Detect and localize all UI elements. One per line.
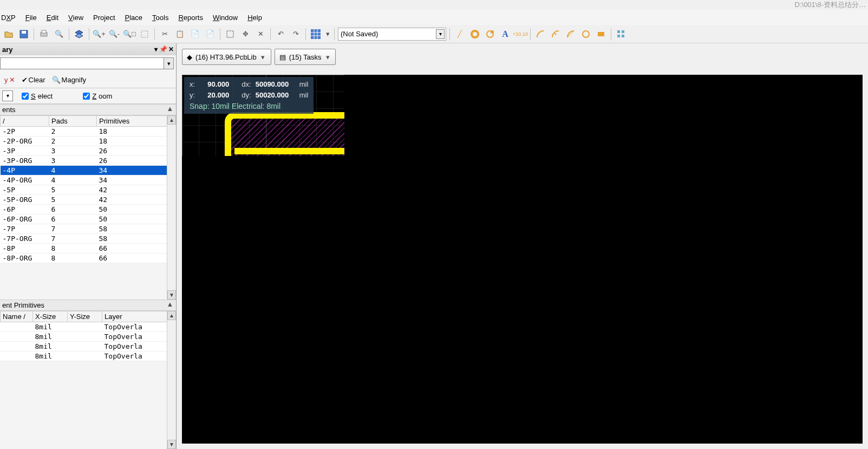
table-row[interactable]: -3P326: [1, 146, 176, 156]
save-icon[interactable]: [17, 28, 30, 41]
mode-dropdown[interactable]: ▾: [2, 90, 13, 101]
panel-title: ary: [2, 45, 13, 54]
paste-icon[interactable]: 📄: [188, 28, 201, 41]
undo-icon[interactable]: ↶: [274, 28, 287, 41]
place-array-icon[interactable]: [615, 28, 628, 41]
svg-rect-6: [311, 29, 321, 39]
snapshot-combo[interactable]: (Not Saved)▾: [338, 28, 446, 41]
place-pad-icon[interactable]: [468, 28, 481, 41]
place-line-icon[interactable]: ╱: [453, 28, 466, 41]
svg-rect-1: [22, 31, 26, 34]
primitives-scrollbar[interactable]: ▲▼: [167, 311, 176, 449]
close-icon: ✕: [9, 76, 15, 84]
menu-place[interactable]: Place: [125, 14, 143, 22]
svg-rect-16: [622, 35, 624, 37]
place-coord-icon[interactable]: +10,10: [514, 28, 527, 41]
apply-button[interactable]: y ✕: [2, 74, 17, 86]
deselect-icon[interactable]: ✕: [254, 28, 267, 41]
menu-file[interactable]: File: [25, 14, 37, 22]
menu-bar: DXP File Edit View Project Place Tools R…: [0, 10, 868, 25]
grid-dd-icon[interactable]: ▾: [324, 28, 331, 41]
table-row[interactable]: 8milTopOverla: [1, 342, 176, 352]
table-row[interactable]: -8P866: [1, 244, 176, 253]
menu-edit[interactable]: Edit: [47, 14, 58, 22]
table-row[interactable]: -7P-ORG758: [1, 234, 176, 244]
table-row[interactable]: -2P-ORG218: [1, 136, 176, 146]
table-row[interactable]: 8milTopOverla: [1, 332, 176, 342]
move-icon[interactable]: ✥: [239, 28, 252, 41]
library-panel: ary ▾ 📌 ✕ ▾ y ✕ ✔ Clear 🔍 Magnify ▾ Sele…: [0, 43, 177, 449]
layer-icon[interactable]: [73, 28, 86, 41]
place-fill-icon[interactable]: [595, 28, 608, 41]
paste-special-icon[interactable]: 📄: [204, 28, 217, 41]
file-path: D:\001\8-资料总结分…: [795, 0, 868, 10]
table-row[interactable]: 8milTopOverla: [1, 352, 176, 361]
components-table: / Pads Primitives -2P218-2P-ORG218-3P326…: [0, 115, 176, 263]
svg-point-10: [555, 33, 557, 35]
open-icon[interactable]: [2, 28, 15, 41]
table-row[interactable]: -6P-ORG650: [1, 214, 176, 224]
menu-window[interactable]: Window: [213, 14, 238, 22]
panel-close-icon[interactable]: ✕: [168, 45, 174, 53]
preview-icon[interactable]: 🔍: [53, 28, 66, 41]
place-arc3-icon[interactable]: [564, 28, 577, 41]
tab-tasks[interactable]: ▤ (15) Tasks▾: [275, 49, 336, 65]
table-row[interactable]: -8P-ORG866: [1, 253, 176, 263]
magnify-button[interactable]: 🔍 Magnify: [50, 74, 89, 86]
table-row[interactable]: -7P758: [1, 224, 176, 234]
primitives-header: ent Primitives ▲: [0, 300, 176, 311]
pcb-icon: ◆: [187, 53, 192, 61]
print-icon[interactable]: [37, 28, 50, 41]
table-row[interactable]: -4P-ORG434: [1, 175, 176, 185]
document-tabs: ◆ (16) HT3.96.PcbLib▾ ▤ (15) Tasks▾: [177, 43, 868, 70]
table-row[interactable]: -4P434: [1, 166, 176, 175]
place-via-icon[interactable]: [484, 28, 497, 41]
tab-pcblib[interactable]: ◆ (16) HT3.96.PcbLib▾: [182, 49, 271, 65]
zoom-area-icon[interactable]: [138, 28, 151, 41]
table-row[interactable]: -2P218: [1, 127, 176, 136]
panel-pin-icon[interactable]: ▾ 📌: [154, 45, 167, 53]
zoom-checkbox[interactable]: Zoom: [83, 92, 112, 100]
place-circle-icon[interactable]: [579, 28, 592, 41]
place-string-icon[interactable]: A: [499, 28, 512, 41]
zoom-in-icon[interactable]: 🔍+: [93, 28, 106, 41]
menu-dxp[interactable]: DXP: [1, 14, 16, 22]
svg-rect-12: [598, 32, 604, 36]
mask-combo[interactable]: ▾: [0, 57, 174, 69]
grid-icon[interactable]: [309, 28, 322, 41]
select-rect-icon[interactable]: [224, 28, 237, 41]
components-header: ents ▲: [0, 104, 176, 115]
menu-help[interactable]: Help: [247, 14, 262, 22]
coordinate-readout: x: 90.000 dx: 50090.000 mil y: 20.000 dy…: [184, 77, 314, 114]
cut-icon[interactable]: ✂: [158, 28, 171, 41]
place-arc1-icon[interactable]: [534, 28, 547, 41]
place-arc2-icon[interactable]: [549, 28, 562, 41]
redo-icon[interactable]: ↷: [289, 28, 302, 41]
menu-tools[interactable]: Tools: [152, 14, 168, 22]
table-row[interactable]: -5P-ORG542: [1, 195, 176, 205]
menu-view[interactable]: View: [68, 14, 83, 22]
clear-button[interactable]: ✔ Clear: [19, 74, 48, 86]
doc-icon: ▤: [279, 53, 286, 61]
primitives-table: Name / X-Size Y-Size Layer 8milTopOverla…: [0, 311, 176, 361]
components-scrollbar[interactable]: ▲▼: [167, 115, 176, 300]
panel-title-bar: ary ▾ 📌 ✕: [0, 43, 176, 55]
copy-icon[interactable]: 📋: [173, 28, 186, 41]
svg-rect-4: [141, 31, 148, 37]
zoom-fit-icon[interactable]: 🔍□: [123, 28, 136, 41]
pcb-canvas[interactable]: 1 2 3 4: [182, 75, 863, 444]
main-toolbar: 🔍 🔍+ 🔍- 🔍□ ✂ 📋 📄 📄 ✥ ✕ ↶ ↷ ▾ (Not Saved)…: [0, 25, 868, 43]
svg-point-7: [472, 31, 478, 37]
table-row[interactable]: -6P650: [1, 205, 176, 214]
svg-rect-3: [42, 30, 46, 33]
workspace: ◆ (16) HT3.96.PcbLib▾ ▤ (15) Tasks▾: [177, 43, 868, 449]
select-checkbox[interactable]: Select: [22, 92, 53, 100]
table-row[interactable]: -5P542: [1, 185, 176, 195]
menu-project[interactable]: Project: [93, 14, 115, 22]
zoom-out-icon[interactable]: 🔍-: [108, 28, 121, 41]
menu-reports[interactable]: Reports: [178, 14, 203, 22]
svg-rect-15: [617, 35, 620, 37]
svg-rect-13: [617, 30, 620, 33]
table-row[interactable]: 8milTopOverla: [1, 322, 176, 332]
table-row[interactable]: -3P-ORG326: [1, 156, 176, 166]
